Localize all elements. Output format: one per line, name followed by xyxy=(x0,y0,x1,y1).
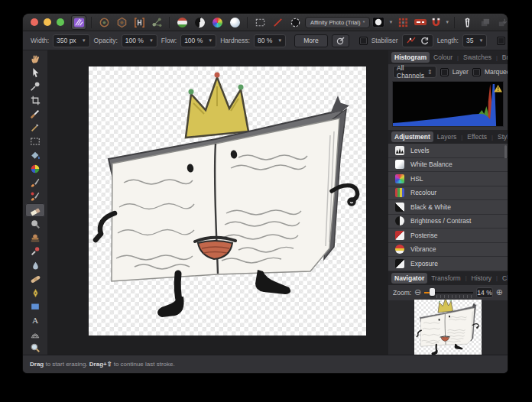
paint-brush-tool[interactable] xyxy=(25,176,45,190)
dodge-brush-tool[interactable] xyxy=(25,217,45,231)
tab-histogram[interactable]: Histogram xyxy=(391,52,430,63)
adjustment-item-vibrance[interactable]: Vibrance xyxy=(388,243,508,258)
colour-picker-tool[interactable] xyxy=(25,79,45,93)
zoom-out-icon[interactable]: ⊖ xyxy=(414,288,421,297)
erase-brush-tool[interactable] xyxy=(25,203,45,217)
assistant-preset-button[interactable]: Affinity Photo (Trial) * xyxy=(305,17,370,28)
zoom-button[interactable] xyxy=(57,18,64,26)
selection-brush-tool[interactable] xyxy=(25,107,45,121)
stabiliser-checkbox[interactable] xyxy=(359,37,368,45)
opacity-field[interactable]: 100 %▼ xyxy=(122,34,157,47)
hardness-field[interactable]: 80 %▼ xyxy=(254,34,286,47)
adjustment-item-posterise[interactable]: Posterise xyxy=(388,229,508,243)
clone-brush-tool[interactable] xyxy=(25,231,45,245)
photo-persona-button[interactable] xyxy=(71,15,86,30)
flood-select-tool[interactable] xyxy=(25,121,45,135)
rectangle-tool[interactable] xyxy=(25,300,45,313)
mesh-warp-tool[interactable] xyxy=(25,327,45,341)
auto-colour-button[interactable] xyxy=(209,15,225,30)
brush-editor-button[interactable] xyxy=(332,34,349,47)
navigator-thumbnail[interactable] xyxy=(414,300,482,355)
stabiliser-mode-group[interactable] xyxy=(402,34,433,47)
zoom-slider-handle[interactable] xyxy=(430,288,435,296)
more-button[interactable]: More xyxy=(294,34,327,47)
zoom-slider[interactable] xyxy=(424,287,473,298)
develop-persona-button[interactable] xyxy=(114,15,129,30)
adjustment-item-exposure[interactable]: Exposure xyxy=(388,257,508,271)
tab-adjustment[interactable]: Adjustment xyxy=(391,131,433,142)
adjustment-item-levels[interactable]: Levels xyxy=(388,144,508,158)
tab-transform[interactable]: Transform xyxy=(428,273,463,284)
adjustment-item-recolour[interactable]: Recolour xyxy=(388,186,508,201)
auto-white-balance-button[interactable] xyxy=(227,15,242,30)
adjustment-list: Levels White Balance HSL Recolour xyxy=(388,144,508,271)
invert-selection-button[interactable] xyxy=(287,15,303,30)
tab-layers[interactable]: Layers xyxy=(434,131,460,142)
arrange-backward-button[interactable] xyxy=(495,15,508,30)
colour-replacement-brush-tool[interactable] xyxy=(25,190,45,203)
tab-brushes[interactable]: Brushes xyxy=(499,52,508,63)
view-tool[interactable] xyxy=(25,52,45,66)
export-persona-button[interactable] xyxy=(149,15,164,30)
adjustment-item-brightness-contrast[interactable]: Brightness / Contrast xyxy=(388,215,508,229)
navigator-preview-area[interactable] xyxy=(388,300,508,355)
flood-fill-tool[interactable] xyxy=(25,148,45,162)
auto-levels-button[interactable] xyxy=(174,15,190,30)
tab-styles[interactable]: Styles xyxy=(495,131,508,142)
window-stabiliser-icon xyxy=(420,37,429,45)
auto-contrast-button[interactable] xyxy=(192,15,207,30)
crop-tool[interactable] xyxy=(25,93,45,107)
liquify-persona-button[interactable] xyxy=(96,15,112,30)
symmetry-checkbox[interactable] xyxy=(497,37,505,45)
pen-tool[interactable] xyxy=(25,286,45,300)
brush-preview-button[interactable]: ▼ xyxy=(372,15,393,30)
adjustment-item-hsl[interactable]: HSL xyxy=(388,172,508,186)
marquee-tool[interactable] xyxy=(25,135,45,148)
whole-pixels-button[interactable] xyxy=(413,15,428,30)
deselect-icon xyxy=(272,17,284,28)
deselect-button[interactable] xyxy=(270,15,285,30)
zoom-in-icon[interactable]: ⊕ xyxy=(496,288,503,297)
adjustment-item-black-white[interactable]: Black & White xyxy=(388,200,508,215)
blur-tool[interactable] xyxy=(25,258,45,272)
close-button[interactable] xyxy=(31,18,38,26)
blemish-removal-tool[interactable] xyxy=(25,245,45,258)
tab-navigator[interactable]: Navigator xyxy=(391,273,427,284)
canvas-area[interactable] xyxy=(48,50,388,355)
marquee-checkbox[interactable] xyxy=(472,68,481,76)
tab-swatches[interactable]: Swatches xyxy=(460,52,495,63)
assistant-button[interactable] xyxy=(459,15,475,30)
status-drag-shift: Drag+⇧ xyxy=(89,361,112,368)
length-field[interactable]: 35▼ xyxy=(462,34,487,47)
chevron-down-icon: ▼ xyxy=(388,20,393,24)
adjustment-item-white-balance[interactable]: White Balance xyxy=(388,158,508,173)
gradient-tool[interactable] xyxy=(25,162,45,176)
channel-select[interactable]: All Channels ⇕ xyxy=(393,66,436,78)
move-tool[interactable] xyxy=(25,66,45,79)
tab-effects[interactable]: Effects xyxy=(464,131,490,142)
pixel-grid-button[interactable] xyxy=(395,15,410,30)
brightness-contrast-icon xyxy=(395,216,404,225)
cursor-icon xyxy=(30,67,41,78)
select-all-button[interactable] xyxy=(252,15,268,30)
minimize-button[interactable] xyxy=(44,18,51,26)
tab-colour[interactable]: Colour xyxy=(430,52,456,63)
paint-brush-icon xyxy=(30,177,41,188)
adjustment-label: Posterise xyxy=(410,232,437,239)
zoom-tool[interactable] xyxy=(25,341,45,355)
width-field[interactable]: 350 px▼ xyxy=(53,34,89,47)
snapping-button[interactable]: ▼ xyxy=(430,15,449,30)
hardness-label: Hardness: xyxy=(220,37,250,44)
adjustment-label: Exposure xyxy=(410,260,438,267)
arrange-to-back-button[interactable] xyxy=(477,15,492,30)
tab-history[interactable]: History xyxy=(469,273,495,284)
flow-field[interactable]: 100 %▼ xyxy=(180,34,216,47)
tone-map-persona-button[interactable] xyxy=(131,15,147,30)
assistant-icon xyxy=(462,17,473,28)
layer-checkbox[interactable] xyxy=(440,68,449,76)
document-image[interactable] xyxy=(89,66,366,336)
tab-channels[interactable]: Channels xyxy=(499,273,508,284)
text-tool[interactable]: A xyxy=(25,313,45,327)
healing-brush-tool[interactable] xyxy=(25,272,45,286)
zoom-value-field[interactable]: 14 % xyxy=(476,287,492,298)
